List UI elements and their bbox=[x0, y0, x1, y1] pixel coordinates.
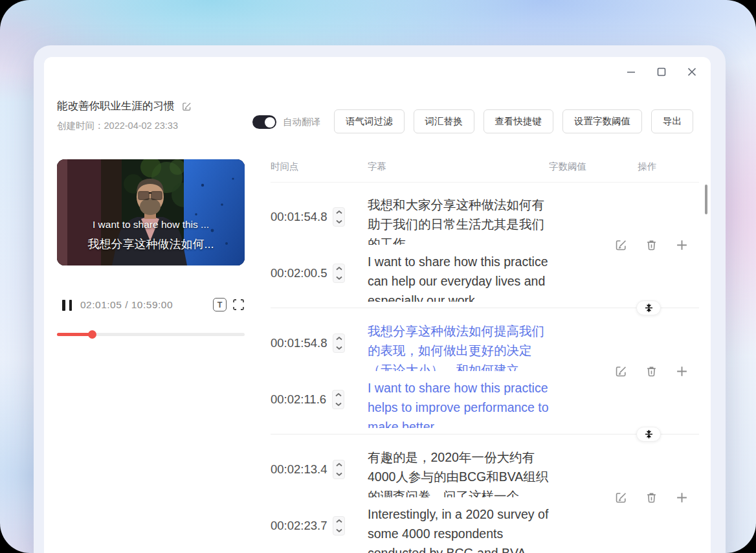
plus-icon bbox=[675, 491, 689, 504]
timestamp-value: 00:02:11.6 bbox=[271, 392, 326, 407]
timestamp-value: 00:01:54.8 bbox=[271, 210, 327, 224]
subtitle-cell-translation[interactable]: I want to share how this practice can he… bbox=[368, 252, 551, 302]
export-button[interactable]: 导出 bbox=[651, 109, 693, 133]
timestamp-row: 00:01:54.8 bbox=[271, 333, 345, 353]
edit-subtitle-button[interactable] bbox=[614, 238, 628, 252]
trash-icon bbox=[645, 365, 658, 378]
delete-subtitle-button[interactable] bbox=[645, 238, 658, 252]
minimize-button[interactable] bbox=[624, 65, 638, 79]
trash-icon bbox=[645, 491, 658, 504]
close-button[interactable] bbox=[685, 65, 699, 79]
video-subtitle-zh: 我想分享这种做法如何... bbox=[57, 236, 245, 252]
vocab-replace-button[interactable]: 词汇替换 bbox=[414, 109, 474, 133]
pause-button[interactable] bbox=[62, 300, 72, 311]
time-display: 02:01:05 / 10:59:00 bbox=[80, 299, 173, 311]
minimize-icon bbox=[625, 66, 637, 78]
progress-handle[interactable] bbox=[88, 330, 96, 339]
filler-word-filter-button[interactable]: 语气词过滤 bbox=[334, 109, 405, 133]
table-scrollbar[interactable] bbox=[705, 185, 707, 214]
timestamp-value: 00:02:13.4 bbox=[271, 462, 327, 477]
timestamp-stepper[interactable] bbox=[333, 516, 345, 536]
maximize-icon bbox=[656, 66, 667, 78]
timestamp-stepper[interactable] bbox=[333, 333, 345, 353]
desktop-background: 能改善你职业生涯的习惯 创建时间：2022-04-02 23:33 自动翻译 语… bbox=[0, 0, 756, 553]
main-content-card: 能改善你职业生涯的习惯 创建时间：2022-04-02 23:33 自动翻译 语… bbox=[44, 57, 711, 553]
timestamp-value: 00:02:00.5 bbox=[271, 266, 327, 280]
edit-title-icon bbox=[181, 101, 192, 112]
edit-subtitle-button[interactable] bbox=[614, 365, 628, 378]
subtitle-group: 00:02:13.4 有趣的是，2020年一份大约有4000人参与的由BCG和B… bbox=[271, 435, 699, 553]
add-subtitle-button[interactable] bbox=[675, 491, 689, 504]
timestamp-row: 00:01:54.8 bbox=[271, 207, 345, 227]
view-shortcuts-button[interactable]: 查看快捷键 bbox=[484, 109, 554, 133]
delete-subtitle-button[interactable] bbox=[645, 491, 658, 504]
progress-bar[interactable] bbox=[57, 333, 245, 336]
subtitle-cell-translation[interactable]: Interestingly, in a 2020 survey of some … bbox=[368, 504, 551, 553]
video-preview[interactable]: I want to share how this ... 我想分享这种做法如何.… bbox=[57, 159, 245, 265]
plus-icon bbox=[675, 365, 689, 378]
edit-title-button[interactable] bbox=[181, 101, 192, 112]
subtitle-cell-original[interactable]: 我想分享这种做法如何提高我们的表现，如何做出更好的决定（无论大小），和如何建立 bbox=[368, 321, 551, 371]
subtitle-cell-original[interactable]: 有趣的是，2020年一份大约有4000人参与的由BCG和BVA组织的调查问卷，问… bbox=[368, 447, 551, 497]
window-controls bbox=[624, 65, 699, 79]
auto-translate-toggle[interactable] bbox=[252, 115, 276, 129]
progress-fill bbox=[57, 333, 93, 336]
trash-icon bbox=[645, 238, 658, 252]
edit-icon bbox=[614, 491, 628, 504]
col-subtitle: 字幕 bbox=[368, 161, 386, 173]
subtitle-group-active: 00:01:54.8 我想分享这种做法如何提高我们的表现，如何做出更好的决定（无… bbox=[271, 308, 699, 435]
edit-icon bbox=[614, 238, 628, 252]
add-subtitle-button[interactable] bbox=[675, 238, 689, 252]
timestamp-stepper[interactable] bbox=[333, 264, 345, 283]
timestamp-row: 00:02:13.4 bbox=[271, 460, 345, 479]
col-actions: 操作 bbox=[638, 161, 656, 173]
timestamp-stepper[interactable] bbox=[333, 207, 345, 227]
subtitle-toggle-button[interactable]: T bbox=[213, 298, 227, 311]
timestamp-stepper[interactable] bbox=[333, 460, 345, 479]
timestamp-value: 00:01:54.8 bbox=[271, 336, 327, 350]
timestamp-row: 00:02:23.7 bbox=[271, 516, 345, 536]
delete-subtitle-button[interactable] bbox=[645, 365, 658, 378]
player-controls: 02:01:05 / 10:59:00 T bbox=[57, 297, 245, 313]
row-actions bbox=[614, 238, 689, 252]
auto-translate-control: 自动翻译 bbox=[252, 115, 320, 129]
toolbar: 语气词过滤 词汇替换 查看快捷键 设置字数阈值 导出 bbox=[334, 109, 693, 133]
app-window: 能改善你职业生涯的习惯 创建时间：2022-04-02 23:33 自动翻译 语… bbox=[34, 45, 726, 553]
edit-subtitle-button[interactable] bbox=[614, 491, 628, 504]
close-icon bbox=[686, 66, 698, 78]
timestamp-row: 00:02:11.6 bbox=[271, 390, 344, 409]
maximize-button[interactable] bbox=[654, 65, 669, 79]
fullscreen-button[interactable] bbox=[232, 299, 245, 311]
auto-translate-label: 自动翻译 bbox=[283, 116, 320, 128]
project-title: 能改善你职业生涯的习惯 bbox=[57, 99, 175, 113]
col-timestamp: 时间点 bbox=[271, 161, 299, 173]
add-subtitle-button[interactable] bbox=[675, 365, 689, 378]
set-word-threshold-button[interactable]: 设置字数阈值 bbox=[562, 109, 642, 133]
row-actions bbox=[614, 365, 689, 378]
timestamp-stepper[interactable] bbox=[332, 390, 344, 409]
edit-icon bbox=[614, 365, 628, 378]
timestamp-value: 00:02:23.7 bbox=[271, 519, 327, 533]
timestamp-row: 00:02:00.5 bbox=[271, 264, 345, 283]
subtitle-group: 00:01:54.8 我想和大家分享这种做法如何有助于我们的日常生活尤其是我们的… bbox=[271, 182, 699, 308]
fullscreen-icon bbox=[232, 299, 245, 311]
toggle-knob bbox=[265, 117, 275, 128]
row-actions bbox=[614, 491, 689, 504]
page-title-row: 能改善你职业生涯的习惯 bbox=[57, 99, 192, 113]
created-time: 创建时间：2022-04-02 23:33 bbox=[57, 120, 178, 132]
subtitle-cell-translation[interactable]: I want to share how this practice helps … bbox=[368, 378, 551, 428]
plus-icon bbox=[675, 238, 689, 252]
col-word-threshold: 字数阈值 bbox=[549, 161, 586, 173]
video-subtitle-en: I want to share how this ... bbox=[57, 219, 245, 231]
subtitle-cell-original[interactable]: 我想和大家分享这种做法如何有助于我们的日常生活尤其是我们的工作 bbox=[368, 195, 551, 245]
